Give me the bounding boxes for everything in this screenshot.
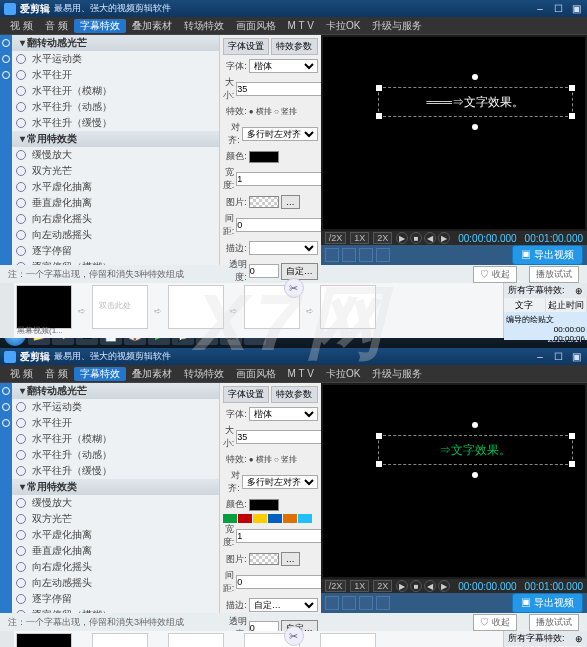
fx-item[interactable]: 垂直虚化抽离	[12, 543, 219, 559]
fx-item[interactable]: 水平运动类	[12, 51, 219, 67]
scissor-button[interactable]: ✂	[284, 626, 304, 646]
tab-fx[interactable]: 特效参数	[271, 386, 318, 403]
collapse-button[interactable]: ♡ 收起	[473, 614, 517, 631]
menu-item[interactable]: 字幕特效	[74, 19, 126, 33]
left-tool-strip[interactable]	[0, 383, 12, 613]
fx-item[interactable]: 逐字停留	[12, 243, 219, 259]
fx-item[interactable]: 逐字停留（模糊）	[12, 259, 219, 265]
tab-fx[interactable]: 特效参数	[271, 38, 318, 55]
menu-item[interactable]: 转场特效	[178, 367, 230, 381]
fx-item[interactable]: 垂直虚化抽离	[12, 195, 219, 211]
menu-item[interactable]: 视 频	[4, 367, 39, 381]
min-button[interactable]: –	[533, 3, 547, 15]
zoom-2x[interactable]: 2X	[373, 580, 392, 592]
menu-item[interactable]: 转场特效	[178, 19, 230, 33]
clip-thumb-3[interactable]	[168, 633, 224, 647]
fx-item[interactable]: 水平往开（模糊）	[12, 431, 219, 447]
fx-section-header[interactable]: ▾ 常用特效类	[12, 131, 219, 147]
preview-area[interactable]: ⇒文字效果。	[323, 385, 585, 577]
clip-thumb-5[interactable]	[320, 633, 376, 647]
menu-item[interactable]: 叠加素材	[126, 19, 178, 33]
fx-item[interactable]: 逐字停留（模糊）	[12, 607, 219, 613]
fx-item[interactable]: 缓慢放大	[12, 147, 219, 163]
preview-text-frame[interactable]: ═══⇒文字效果。	[378, 87, 573, 117]
fx-item[interactable]: 双方光芒	[12, 163, 219, 179]
menu-item[interactable]: 音 频	[39, 19, 74, 33]
fx-item[interactable]: 水平往升（动感）	[12, 99, 219, 115]
tool-icon-3[interactable]	[359, 596, 373, 610]
menu-item[interactable]: M T V	[282, 368, 320, 379]
tab-font[interactable]: 字体设置	[223, 38, 270, 55]
close-button[interactable]: ▣	[569, 351, 583, 363]
menu-item[interactable]: 画面风格	[230, 19, 282, 33]
preview-text-frame[interactable]: ⇒文字效果。	[378, 435, 573, 465]
stroke-select[interactable]: 自定…	[249, 598, 318, 612]
zoom-half[interactable]: /2X	[325, 580, 347, 592]
play-controls[interactable]: ▶■◀▶	[396, 580, 450, 592]
clip-row[interactable]: 黑幕视频(1... ➪ 双击此处 ➪ ➪ ➪	[14, 283, 503, 338]
menu-item[interactable]: 字幕特效	[74, 367, 126, 381]
min-button[interactable]: –	[533, 351, 547, 363]
menu-item[interactable]: 卡拉OK	[320, 19, 366, 33]
color-swatch[interactable]	[249, 151, 279, 163]
fx-item[interactable]: 水平往开	[12, 67, 219, 83]
fx-item[interactable]: 水平往开（模糊）	[12, 83, 219, 99]
fx-item[interactable]: 向右虚化摇头	[12, 211, 219, 227]
fx-item[interactable]: 双方光芒	[12, 511, 219, 527]
export-button[interactable]: ▣ 导出视频	[512, 245, 583, 265]
play-test-button[interactable]: 播放试试	[529, 614, 579, 631]
menu-item[interactable]: 音 频	[39, 367, 74, 381]
zoom-2x[interactable]: 2X	[373, 232, 392, 244]
fx-item[interactable]: 缓慢放大	[12, 495, 219, 511]
menu-item[interactable]: 画面风格	[230, 367, 282, 381]
image-browse[interactable]: …	[281, 552, 300, 566]
menu-item[interactable]: 叠加素材	[126, 367, 178, 381]
left-tool-strip[interactable]	[0, 35, 12, 265]
scissor-button[interactable]: ✂	[284, 278, 304, 298]
fx-item[interactable]: 水平虚化抽离	[12, 179, 219, 195]
tool-icon-2[interactable]	[342, 596, 356, 610]
max-button[interactable]: ☐	[551, 351, 565, 363]
image-swatch[interactable]	[249, 196, 279, 208]
zoom-1x[interactable]: 1X	[350, 580, 369, 592]
font-select[interactable]: 楷体	[249, 407, 318, 421]
fx-expand-icon[interactable]: ⊕	[575, 286, 583, 296]
tool-icon-1[interactable]	[325, 596, 339, 610]
clip-thumb-2[interactable]: 双击此处	[92, 633, 148, 647]
fx-item[interactable]: 逐字停留	[12, 591, 219, 607]
menu-item[interactable]: 视 频	[4, 19, 39, 33]
fx-entry[interactable]: 编导的绘贴文 00:00:0000:00:06	[504, 312, 587, 340]
color-swatch[interactable]	[249, 499, 279, 511]
menu-item[interactable]: 卡拉OK	[320, 367, 366, 381]
export-button[interactable]: ▣ 导出视频	[512, 593, 583, 613]
fx-item[interactable]: 水平运动类	[12, 399, 219, 415]
tool-icon-2[interactable]	[342, 248, 356, 262]
clip-thumb-2[interactable]: 双击此处	[92, 285, 148, 329]
clip-row[interactable]: 黑幕视频(1... ➪ 双击此处 ➪ ➪ ➪	[14, 631, 503, 647]
share-icon[interactable]	[376, 596, 390, 610]
effects-list[interactable]: ▾ 翻转动感光芒水平运动类水平往开水平往开（模糊）水平往升（动感）水平往升（缓慢…	[12, 383, 219, 613]
tool-icon-3[interactable]	[359, 248, 373, 262]
fx-item[interactable]: 水平往升（动感）	[12, 447, 219, 463]
align-select[interactable]: 多行时左对齐	[242, 475, 318, 489]
preview-area[interactable]: ═══⇒文字效果。	[323, 37, 585, 229]
clip-thumb-1[interactable]: 黑幕视频(1...	[16, 285, 72, 329]
opacity-input[interactable]	[249, 264, 279, 278]
image-browse[interactable]: …	[281, 195, 300, 209]
tool-icon-1[interactable]	[325, 248, 339, 262]
fx-item[interactable]: 水平虚化抽离	[12, 527, 219, 543]
clip-thumb-5[interactable]	[320, 285, 376, 329]
fx-item[interactable]: 向右虚化摇头	[12, 559, 219, 575]
image-swatch[interactable]	[249, 553, 279, 565]
play-controls[interactable]: ▶■◀▶	[396, 232, 450, 244]
clip-thumb-3[interactable]	[168, 285, 224, 329]
color-palette[interactable]	[223, 514, 318, 523]
font-select[interactable]: 楷体	[249, 59, 318, 73]
collapse-button[interactable]: ♡ 收起	[473, 266, 517, 283]
play-test-button[interactable]: 播放试试	[529, 266, 579, 283]
max-button[interactable]: ☐	[551, 3, 565, 15]
fx-item[interactable]: 向左动感摇头	[12, 227, 219, 243]
fx-item[interactable]: 向左动感摇头	[12, 575, 219, 591]
fx-expand-icon[interactable]: ⊕	[575, 634, 583, 644]
fx-section-header[interactable]: ▾ 翻转动感光芒	[12, 35, 219, 51]
